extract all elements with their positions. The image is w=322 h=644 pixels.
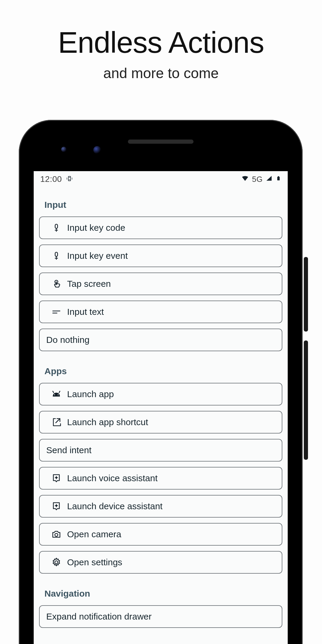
key-outline-icon <box>46 222 67 233</box>
action-label: Launch voice assistant <box>67 473 276 483</box>
action-label: Tap screen <box>67 279 276 289</box>
action-button[interactable]: Do nothing <box>39 329 282 351</box>
action-label: Expand notification drawer <box>46 612 276 622</box>
action-label: Do nothing <box>46 335 276 345</box>
section-title: Navigation <box>39 579 282 605</box>
hero-subtitle: and more to come <box>0 65 322 81</box>
phone-camera <box>93 146 101 154</box>
hero-title: Endless Actions <box>0 25 322 60</box>
open-in-new-icon <box>46 417 67 428</box>
action-label: Open settings <box>67 557 276 567</box>
dev-mode-icon <box>66 174 73 184</box>
action-button[interactable]: Launch device assistant <box>39 495 282 518</box>
battery-icon <box>276 174 281 184</box>
assistant-icon <box>46 501 67 512</box>
action-button[interactable]: Input key code <box>39 216 282 239</box>
action-button[interactable]: Open camera <box>39 523 282 546</box>
camera-icon <box>46 529 67 540</box>
action-button[interactable]: Launch voice assistant <box>39 467 282 490</box>
phone-frame: 12:00 5G InputI <box>19 120 303 644</box>
action-label: Input key event <box>67 251 276 261</box>
android-icon <box>46 389 67 400</box>
action-button[interactable]: Launch app shortcut <box>39 411 282 434</box>
phone-side-button <box>304 340 308 460</box>
status-bar: 12:00 5G <box>34 171 288 187</box>
action-label: Launch app <box>67 389 276 399</box>
action-label: Open camera <box>67 529 276 539</box>
action-label: Send intent <box>46 445 276 455</box>
network-label: 5G <box>252 175 263 184</box>
status-time: 12:00 <box>40 174 62 184</box>
short-text-icon <box>46 306 67 317</box>
action-button[interactable]: Tap screen <box>39 273 282 295</box>
wifi-icon <box>241 174 249 184</box>
phone-camera <box>61 147 66 152</box>
key-outline-icon <box>46 250 67 261</box>
svg-rect-13 <box>277 177 280 180</box>
action-button[interactable]: Send intent <box>39 439 282 462</box>
signal-icon <box>266 174 273 184</box>
section-title: Apps <box>39 357 282 383</box>
action-button[interactable]: Input text <box>39 301 282 323</box>
action-button[interactable]: Launch app <box>39 383 282 405</box>
action-label: Input text <box>67 307 276 317</box>
assistant-icon <box>46 473 67 484</box>
phone-screen: 12:00 5G InputI <box>34 171 288 644</box>
action-button[interactable]: Expand notification drawer <box>39 605 282 628</box>
touch-icon <box>46 278 67 289</box>
phone-side-button <box>304 257 308 332</box>
action-label: Launch app shortcut <box>67 417 276 427</box>
action-label: Input key code <box>67 223 276 233</box>
section-title: Input <box>39 190 282 216</box>
action-button[interactable]: Open settings <box>39 551 282 574</box>
svg-rect-14 <box>278 176 279 177</box>
gear-icon <box>46 557 67 568</box>
phone-speaker <box>128 140 193 144</box>
action-button[interactable]: Input key event <box>39 244 282 267</box>
action-label: Launch device assistant <box>67 501 276 511</box>
